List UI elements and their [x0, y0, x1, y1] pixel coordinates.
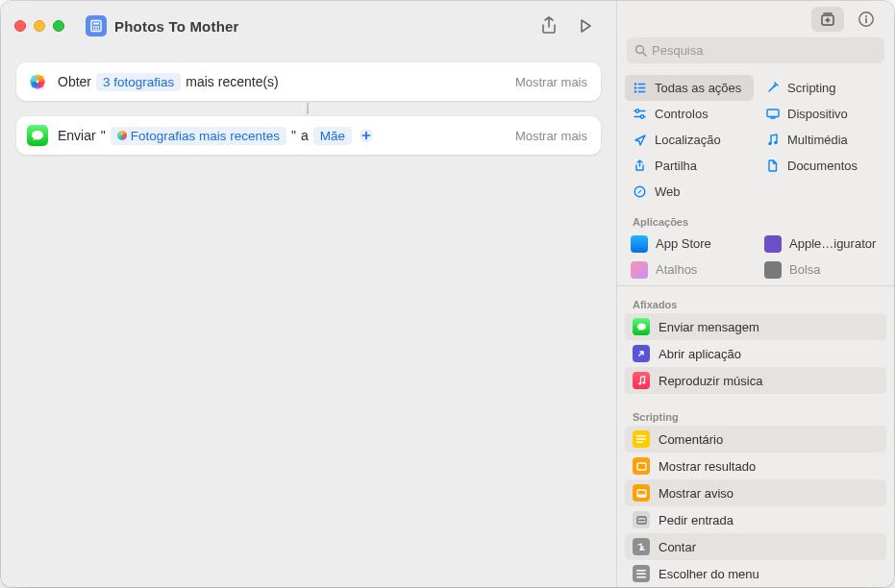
appstore-icon	[631, 235, 648, 253]
category-controls[interactable]: Controlos	[625, 101, 754, 127]
editor-canvas[interactable]: Obter 3 fotografias mais recente(s) Most…	[1, 51, 616, 166]
stocks-icon	[764, 261, 782, 279]
app-shortcuts[interactable]: Atalhos	[625, 257, 753, 282]
messages-app-icon	[27, 125, 48, 146]
titlebar: Photos To Mother	[1, 1, 616, 51]
category-label: Controlos	[655, 107, 709, 121]
category-label: Localização	[655, 133, 721, 147]
library-toggle-button[interactable]	[811, 7, 844, 32]
app-window: Photos To Mother	[1, 1, 894, 587]
show-more-button[interactable]: Mostrar mais	[515, 129, 587, 143]
apps-header: Aplicações	[617, 207, 894, 231]
script-count[interactable]: Contar	[625, 533, 886, 560]
shortcut-app-icon	[86, 15, 107, 37]
svg-point-4	[97, 26, 99, 28]
svg-point-27	[635, 110, 638, 112]
svg-point-13	[37, 82, 44, 88]
action-send-message[interactable]: Enviar " Fotografias mais recentes " a M…	[16, 116, 601, 155]
photos-count-pill[interactable]: 3 fotografias	[96, 73, 181, 91]
app-appstore[interactable]: App Store	[625, 231, 753, 257]
category-documents[interactable]: Documentos	[758, 153, 886, 179]
pin-open-app[interactable]: Abrir aplicação	[625, 340, 886, 367]
search-icon	[634, 44, 647, 57]
apps-list: App Store Apple…igurator Atalhos Bolsa	[617, 231, 894, 282]
pin-play-music[interactable]: Reproduzir música	[625, 367, 886, 394]
svg-point-15	[32, 76, 38, 83]
svg-point-21	[634, 84, 636, 86]
app-configurator[interactable]: Apple…igurator	[758, 231, 886, 257]
svg-point-5	[93, 28, 95, 30]
action-suffix: mais recente(s)	[186, 74, 278, 89]
svg-point-6	[95, 28, 97, 30]
shortcuts-icon	[631, 261, 648, 279]
svg-point-28	[640, 115, 643, 118]
music-icon	[633, 372, 650, 389]
category-device[interactable]: Dispositivo	[758, 101, 886, 127]
script-choose-menu[interactable]: Escolher do menu	[625, 560, 886, 587]
result-icon	[633, 457, 650, 475]
svg-rect-24	[638, 87, 646, 89]
search-field[interactable]	[627, 37, 884, 63]
svg-rect-43	[636, 573, 646, 575]
category-label: Documentos	[787, 159, 858, 173]
script-show-result[interactable]: Mostrar resultado	[625, 453, 886, 479]
svg-point-25	[634, 91, 636, 93]
run-button[interactable]	[568, 12, 603, 39]
editor-pane: Photos To Mother	[1, 1, 616, 587]
action-connector	[16, 101, 601, 116]
menu-icon	[633, 565, 650, 582]
traffic-lights	[14, 20, 64, 32]
category-grid: Todas as ações Scripting Controlos Dispo…	[617, 71, 894, 207]
category-label: Dispositivo	[787, 107, 848, 121]
script-show-alert[interactable]: Mostrar aviso	[625, 479, 886, 506]
svg-rect-44	[636, 576, 646, 578]
action-verb: Obter	[58, 74, 91, 89]
category-all-actions[interactable]: Todas as ações	[625, 75, 754, 101]
svg-point-7	[97, 28, 99, 30]
share-icon	[633, 159, 647, 172]
app-stocks[interactable]: Bolsa	[758, 257, 886, 282]
svg-rect-1	[93, 23, 99, 25]
maximize-button[interactable]	[53, 20, 64, 32]
svg-point-20	[636, 46, 644, 54]
count-icon	[633, 538, 650, 555]
action-get-photos[interactable]: Obter 3 fotografias mais recente(s) Most…	[16, 62, 601, 101]
category-web[interactable]: Web	[625, 179, 754, 205]
quote: "	[101, 128, 106, 143]
add-recipient-button[interactable]	[357, 126, 376, 145]
svg-point-2	[93, 26, 95, 28]
location-icon	[633, 135, 647, 146]
right-toolbar	[617, 1, 894, 37]
svg-rect-37	[636, 441, 643, 443]
show-more-button[interactable]: Mostrar mais	[515, 75, 587, 89]
recipient-pill[interactable]: Mãe	[313, 127, 352, 145]
category-scripting[interactable]: Scripting	[758, 75, 886, 101]
magic-variable-pill[interactable]: Fotografias mais recentes	[111, 127, 286, 145]
svg-point-23	[634, 87, 636, 89]
svg-point-3	[95, 26, 97, 28]
device-icon	[765, 109, 780, 119]
slider-icon	[633, 109, 647, 119]
category-media[interactable]: Multimédia	[758, 127, 886, 153]
category-location[interactable]: Localização	[625, 127, 754, 153]
alert-icon	[633, 484, 650, 502]
document-icon	[765, 159, 780, 172]
minimize-button[interactable]	[34, 20, 45, 32]
script-ask-input[interactable]: Pedir entrada	[625, 506, 886, 533]
wand-icon	[765, 82, 780, 94]
category-label: Todas as ações	[655, 81, 741, 95]
info-button[interactable]	[850, 7, 883, 32]
search-input[interactable]	[652, 43, 877, 58]
svg-rect-36	[636, 438, 646, 440]
close-button[interactable]	[14, 20, 26, 32]
share-button[interactable]	[532, 12, 566, 39]
script-comment[interactable]: Comentário	[625, 426, 886, 453]
category-sharing[interactable]: Partilha	[625, 153, 754, 179]
svg-rect-26	[638, 91, 646, 93]
window-title[interactable]: Photos To Mother	[114, 18, 239, 35]
svg-point-31	[774, 141, 777, 144]
quote: "	[291, 128, 296, 143]
pin-send-message[interactable]: Enviar mensagem	[625, 313, 886, 340]
svg-point-30	[768, 142, 771, 145]
category-label: Partilha	[655, 159, 697, 173]
